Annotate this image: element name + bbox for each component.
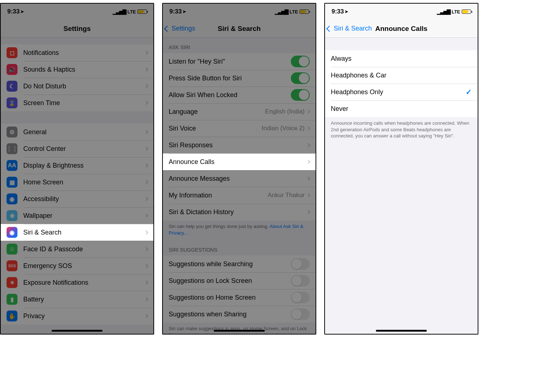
app-icon: SOS — [7, 260, 17, 271]
announce-content[interactable]: AlwaysHeadphones & CarHeadphones Only✓Ne… — [325, 38, 478, 144]
row-label: Listen for "Hey Siri" — [169, 58, 291, 65]
row-label: Siri & Search — [23, 229, 145, 236]
row-label: Allow Siri When Locked — [169, 91, 291, 99]
option-label: Headphones & Car — [331, 72, 472, 79]
settings-row-battery[interactable]: ▮Battery — [1, 291, 153, 308]
row-label: Accessibility — [23, 195, 145, 203]
row-label: Screen Time — [23, 99, 145, 107]
status-time: 9:33 — [169, 8, 182, 15]
settings-row-display-brightness[interactable]: AADisplay & Brightness — [1, 157, 153, 174]
siri-row-language[interactable]: LanguageEnglish (India) — [163, 103, 316, 120]
settings-row-face-id-passcode[interactable]: ☺Face ID & Passcode — [1, 241, 153, 257]
phone-settings: 9:33 ➤ ▁▃▅▇ LTE ⚡ Settings ◻Notification… — [0, 3, 154, 335]
settings-row-sounds-haptics[interactable]: 🔊Sounds & Haptics — [1, 61, 153, 78]
toggle[interactable] — [291, 275, 310, 287]
settings-row-notifications[interactable]: ◻Notifications — [1, 44, 153, 61]
chevron-right-icon — [144, 51, 148, 55]
siri-row-suggestions-when-sharing[interactable]: Suggestions when Sharing — [163, 306, 316, 323]
chevron-right-icon — [144, 247, 148, 251]
app-icon: ⚙ — [7, 127, 17, 137]
settings-row-siri-search[interactable]: ◉Siri & Search — [1, 224, 153, 241]
siri-row-my-information[interactable]: My InformationAnkur Thakur — [163, 187, 316, 204]
siri-row-allow-siri-when-locked[interactable]: Allow Siri When Locked — [163, 87, 316, 103]
toggle[interactable] — [291, 292, 310, 303]
siri-row-press-side-button-for-siri[interactable]: Press Side Button for Siri — [163, 70, 316, 87]
chevron-right-icon — [306, 210, 310, 214]
toggle[interactable] — [291, 308, 310, 320]
battery-icon: ⚡ — [300, 9, 309, 14]
settings-row-general[interactable]: ⚙General — [1, 124, 153, 140]
section-footer-suggestions: Siri can make suggestions in apps, on Ho… — [163, 323, 316, 335]
row-label: Suggestions on Lock Screen — [169, 277, 291, 285]
back-button[interactable]: Settings — [165, 20, 195, 37]
announce-option-never[interactable]: Never — [325, 100, 478, 117]
siri-row-siri-responses[interactable]: Siri Responses — [163, 137, 316, 153]
siri-row-suggestions-on-lock-screen[interactable]: Suggestions on Lock Screen — [163, 272, 316, 289]
app-icon: ☺ — [7, 244, 17, 255]
location-icon: ➤ — [182, 9, 186, 14]
toggle[interactable] — [291, 56, 310, 67]
row-label: Exposure Notifications — [23, 279, 145, 287]
chevron-right-icon — [306, 176, 310, 180]
chevron-right-icon — [144, 213, 148, 217]
row-label: Announce Messages — [169, 175, 307, 183]
row-label: Do Not Disturb — [23, 83, 145, 90]
back-button[interactable]: Siri & Search — [327, 20, 372, 37]
row-label: Announce Calls — [169, 158, 307, 166]
settings-content[interactable]: ◻Notifications🔊Sounds & Haptics☾Do Not D… — [1, 38, 153, 335]
row-label: Siri & Dictation History — [169, 208, 307, 216]
app-icon: ✶ — [7, 277, 17, 288]
option-label: Always — [331, 55, 472, 63]
chevron-right-icon — [306, 126, 310, 130]
settings-row-exposure-notifications[interactable]: ✶Exposure Notifications — [1, 274, 153, 291]
row-label: Display & Brightness — [23, 162, 145, 169]
siri-row-suggestions-on-home-screen[interactable]: Suggestions on Home Screen — [163, 289, 316, 306]
toggle[interactable] — [291, 89, 310, 101]
announce-option-headphones-only[interactable]: Headphones Only✓ — [325, 84, 478, 100]
siri-row-siri-dictation-history[interactable]: Siri & Dictation History — [163, 204, 316, 220]
home-indicator[interactable] — [214, 330, 265, 332]
siri-row-siri-voice[interactable]: Siri VoiceIndian (Voice 2) — [163, 120, 316, 137]
option-label: Never — [331, 105, 472, 113]
phone-siri-search: 9:33 ➤ ▁▃▅▇ LTE ⚡ Settings Siri & Search… — [162, 3, 316, 335]
page-title: Announce Calls — [375, 25, 427, 33]
chevron-right-icon — [144, 130, 148, 134]
row-value: English (India) — [265, 108, 305, 115]
row-label: Home Screen — [23, 179, 145, 186]
chevron-right-icon — [144, 180, 148, 184]
settings-row-accessibility[interactable]: ◉Accessibility — [1, 191, 153, 207]
status-time: 9:33 — [332, 8, 344, 15]
toggle[interactable] — [291, 72, 310, 84]
toggle[interactable] — [291, 258, 310, 270]
carrier-label: LTE — [127, 9, 136, 15]
siri-row-suggestions-while-searching[interactable]: Suggestions while Searching — [163, 256, 316, 272]
settings-row-do-not-disturb[interactable]: ☾Do Not Disturb — [1, 78, 153, 95]
siri-row-listen-for-hey-siri-[interactable]: Listen for "Hey Siri" — [163, 53, 316, 70]
home-indicator[interactable] — [376, 330, 427, 332]
home-indicator[interactable] — [52, 330, 103, 332]
battery-icon: ⚡ — [137, 9, 147, 14]
siri-row-announce-calls[interactable]: Announce Calls — [163, 153, 316, 170]
chevron-left-icon — [326, 25, 333, 32]
row-label: Suggestions on Home Screen — [169, 294, 291, 301]
siri-content[interactable]: ASK SIRI Listen for "Hey Siri"Press Side… — [163, 38, 316, 335]
signal-icon: ▁▃▅▇ — [437, 9, 450, 15]
settings-row-home-screen[interactable]: ▦Home Screen — [1, 174, 153, 191]
settings-row-privacy[interactable]: ✋Privacy — [1, 308, 153, 324]
announce-option-headphones-car[interactable]: Headphones & Car — [325, 67, 478, 84]
app-icon: ◉ — [7, 193, 17, 204]
settings-row-wallpaper[interactable]: ❀Wallpaper — [1, 207, 153, 224]
check-icon: ✓ — [466, 88, 472, 96]
app-icon: AA — [7, 160, 17, 171]
settings-row-control-center[interactable]: ⋮⋮Control Center — [1, 140, 153, 157]
siri-row-announce-messages[interactable]: Announce Messages — [163, 170, 316, 187]
chevron-right-icon — [306, 193, 310, 197]
settings-row-emergency-sos[interactable]: SOSEmergency SOS — [1, 257, 153, 274]
chevron-right-icon — [306, 143, 310, 147]
signal-icon: ▁▃▅▇ — [113, 9, 126, 15]
announce-option-always[interactable]: Always — [325, 50, 478, 67]
section-footer-ask-siri: Siri can help you get things done just b… — [163, 220, 316, 240]
settings-row-screen-time[interactable]: ⌛Screen Time — [1, 95, 153, 111]
status-bar: 9:33 ➤ ▁▃▅▇ LTE ⚡ — [325, 4, 478, 20]
battery-icon: ⚡ — [462, 9, 471, 14]
